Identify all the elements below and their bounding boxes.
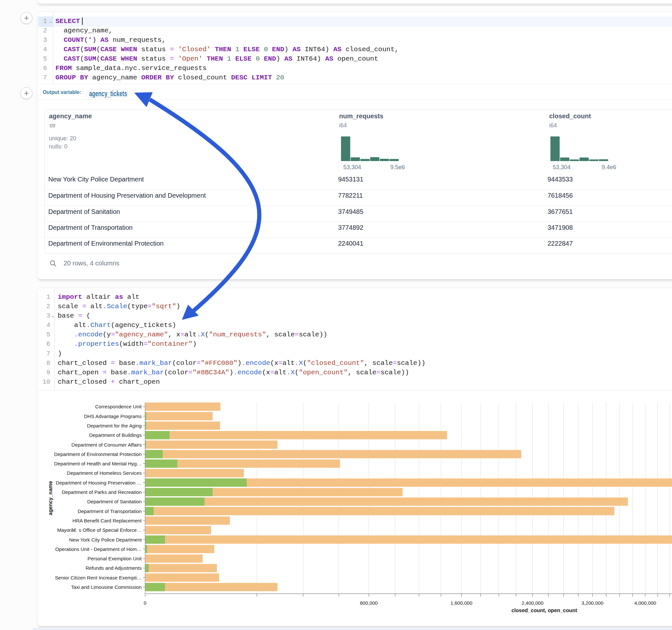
svg-text:Department of Transportation: Department of Transportation bbox=[77, 508, 142, 514]
svg-text:closed_count, open_count: closed_count, open_count bbox=[511, 608, 577, 613]
svg-text:800,000: 800,000 bbox=[360, 600, 378, 606]
svg-text:agency_name: agency_name bbox=[48, 481, 53, 515]
svg-text:Correspondence Unit: Correspondence Unit bbox=[95, 404, 142, 409]
svg-text:Senior Citizen Rent Increase E: Senior Citizen Rent Increase Exempti… bbox=[55, 575, 142, 580]
svg-text:0: 0 bbox=[144, 600, 146, 606]
svg-text:Department of Parks and Recrea: Department of Parks and Recreation bbox=[62, 489, 142, 495]
svg-text:Taxi and Limousine Commission: Taxi and Limousine Commission bbox=[71, 584, 142, 590]
svg-text:Department of Homeless Service: Department of Homeless Services bbox=[67, 470, 142, 476]
svg-text:Refunds and Adjustments: Refunds and Adjustments bbox=[86, 565, 142, 571]
svg-text:Department for the Aging: Department for the Aging bbox=[87, 423, 142, 429]
svg-text:DHS Advantage Programs: DHS Advantage Programs bbox=[84, 413, 142, 419]
svg-text:HRA Benefit Card Replacement: HRA Benefit Card Replacement bbox=[72, 518, 142, 524]
svg-text:Department of Sanitation: Department of Sanitation bbox=[87, 499, 142, 504]
svg-text:Department of Consumer Affairs: Department of Consumer Affairs bbox=[71, 442, 142, 447]
svg-text:Department of Health and Menta: Department of Health and Mental Hyg… bbox=[54, 461, 142, 466]
svg-text:New York City Police Departmen: New York City Police Department bbox=[69, 537, 142, 542]
svg-text:Mayorâ€ s Office of Special En: Mayorâ€ s Office of Special Enforce… bbox=[57, 527, 142, 533]
svg-text:4,000,000: 4,000,000 bbox=[634, 600, 656, 606]
svg-text:Department of Housing Preserva: Department of Housing Preservation … bbox=[56, 480, 142, 485]
svg-text:3,200,000: 3,200,000 bbox=[581, 600, 604, 606]
svg-text:Personal Exemption Unit: Personal Exemption Unit bbox=[88, 556, 142, 561]
svg-text:Operations Unit - Department o: Operations Unit - Department of Hom… bbox=[55, 547, 142, 552]
svg-text:Department of Buildings: Department of Buildings bbox=[89, 432, 142, 438]
svg-text:1,600,000: 1,600,000 bbox=[451, 600, 473, 606]
svg-text:2,400,000: 2,400,000 bbox=[522, 600, 544, 606]
svg-text:Department of Environmental Pr: Department of Environmental Protection bbox=[54, 452, 142, 457]
